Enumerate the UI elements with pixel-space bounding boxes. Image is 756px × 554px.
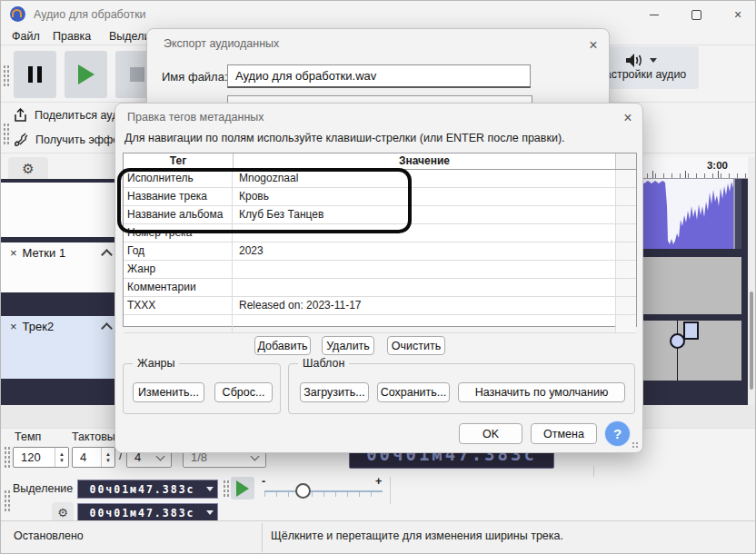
ok-button[interactable]: OK	[459, 423, 522, 444]
labels-track-name[interactable]: Метки 1	[23, 246, 66, 260]
close-window-button[interactable]: ×	[724, 5, 751, 25]
time-toolbar-grip[interactable]	[4, 446, 10, 468]
plug-icon	[14, 133, 28, 147]
filename-label: Имя файла:	[162, 70, 228, 84]
export-dialog-close-button[interactable]: ×	[582, 34, 605, 57]
gear-icon: ⚙	[22, 161, 34, 177]
track-panel-track2[interactable]: × Трек2	[1, 316, 120, 379]
vertical-scrollbar-thumb[interactable]	[750, 292, 753, 390]
track-panel-labels[interactable]: × Метки 1	[1, 242, 120, 292]
time-signature-upper-spinner[interactable]: 4 ▲▼	[72, 447, 115, 468]
export-dialog: Экспорт аудиоданных × Имя файла: Аудио д…	[146, 28, 610, 108]
selection-end-field[interactable]: 00ч01м47.383с	[77, 503, 218, 522]
play-icon	[78, 64, 94, 84]
dropdown-icon[interactable]	[206, 510, 214, 515]
genres-group: Жанры Изменить... Сброс...	[123, 363, 281, 414]
close-icon: ×	[623, 110, 632, 126]
status-hint: Щёлкните и перетащите для изменения шири…	[271, 529, 563, 542]
tempo-spinner-arrows[interactable]: ▲▼	[55, 448, 68, 467]
app-logo-icon	[10, 6, 25, 22]
cancel-button[interactable]: Отмена	[531, 423, 597, 444]
window-title: Аудио для обработки	[34, 8, 146, 21]
track2-close-icon[interactable]: ×	[10, 320, 17, 333]
selection-label: Выделение	[13, 482, 73, 495]
close-icon: ×	[589, 37, 597, 54]
maximize-button[interactable]	[682, 5, 710, 25]
speaker-icon	[626, 54, 644, 67]
label-text-box[interactable]	[683, 322, 699, 340]
tag-row[interactable]: Год2023	[124, 242, 636, 261]
time-signature-upper-value[interactable]: 4	[73, 450, 101, 464]
metadata-dialog: Правка тегов метаданных × Для навигации …	[114, 103, 643, 453]
pause-icon	[28, 66, 42, 83]
selection-start-field[interactable]: 00ч01м47.383с	[77, 480, 218, 499]
gear-icon: ⚙	[57, 506, 68, 519]
speed-slider-ticks	[264, 492, 383, 497]
table-scrollbar-gutter[interactable]	[615, 153, 636, 169]
clear-tags-button[interactable]: Очистить	[387, 336, 445, 355]
load-template-button[interactable]: Загрузить...	[300, 382, 369, 402]
minimize-button[interactable]	[641, 5, 668, 25]
vertical-scrollbar[interactable]	[748, 157, 756, 405]
menu-file[interactable]: Файл	[12, 30, 40, 43]
tag-row[interactable]: TXXXReleased on: 2023-11-17	[124, 297, 636, 315]
selection-settings-button[interactable]: ⚙	[52, 502, 74, 522]
add-tag-button[interactable]: Добавить	[254, 336, 311, 355]
minimize-icon	[650, 15, 659, 15]
label-marker-line	[677, 321, 678, 381]
help-button[interactable]: ?	[605, 421, 630, 446]
tempo-label: Темп	[15, 430, 41, 443]
transport-toolbar-grip[interactable]	[3, 64, 9, 86]
value-column-header: Значение	[234, 153, 615, 169]
filename-input[interactable]: Аудио для обработки.wav	[227, 64, 531, 88]
tempo-spinner[interactable]: 120 ▲▼	[13, 447, 69, 468]
labels-track-close-icon[interactable]: ×	[10, 246, 17, 260]
timeline-time-label: 3:00	[701, 160, 728, 171]
edit-genres-button[interactable]: Изменить...	[133, 382, 204, 402]
tracks-settings-button[interactable]: ⚙	[8, 157, 48, 181]
tag-row[interactable]	[124, 315, 636, 333]
share-audio-button[interactable]: Поделиться аудио	[14, 104, 131, 126]
time-signature-spinner-arrows[interactable]: ▲▼	[101, 448, 114, 467]
play-at-speed-button[interactable]	[231, 477, 254, 500]
tag-column-header: Тег	[124, 153, 234, 169]
pause-button[interactable]	[14, 51, 56, 98]
save-template-button[interactable]: Сохранить...	[377, 382, 450, 402]
template-group: Шаблон Загрузить... Сохранить... Назначи…	[288, 363, 635, 414]
labels-track-collapse-icon[interactable]	[101, 249, 113, 261]
reset-genres-button[interactable]: Сброс...	[214, 382, 273, 402]
track2-collapse-icon[interactable]	[101, 322, 113, 334]
dialog-resize-grip[interactable]	[632, 441, 640, 450]
tag-row[interactable]: Жанр	[124, 261, 636, 279]
label-marker-handle[interactable]	[670, 333, 685, 349]
export-dialog-title: Экспорт аудиоданных	[164, 37, 279, 50]
track-panel-audio1[interactable]	[1, 183, 120, 237]
selection-toolbar-grip[interactable]	[4, 490, 10, 511]
play-speed-toolbar-grip[interactable]	[223, 480, 229, 498]
clip-right-edge[interactable]	[733, 179, 741, 249]
menu-edit[interactable]: Правка	[53, 30, 91, 43]
filename-value: Аудио для обработки.wav	[235, 69, 376, 83]
remove-tag-button[interactable]: Удалить	[322, 336, 374, 355]
selection-end-value: 00ч01м47.383с	[78, 507, 206, 519]
audio-clip[interactable]	[637, 179, 733, 249]
speed-slider-handle[interactable]	[295, 483, 311, 499]
track2-name[interactable]: Трек2	[23, 320, 55, 333]
slider-plus-label: +	[375, 475, 382, 488]
status-bar: Остановлено Щёлкните и перетащите для из…	[1, 520, 756, 554]
selection-start-value: 00ч01м47.383с	[78, 483, 206, 496]
play-button[interactable]	[65, 51, 107, 98]
title-bar: Аудио для обработки ×	[1, 1, 756, 28]
play-icon	[236, 480, 249, 497]
tag-row[interactable]: Комментарии	[124, 279, 636, 297]
metadata-instruction: Для навигации по полям используйте клави…	[124, 132, 565, 144]
share-toolbar-grip[interactable]	[3, 123, 9, 146]
audacity-window: Аудио для обработки × Файл Правка Выдели…	[0, 0, 756, 554]
dropdown-icon[interactable]	[206, 487, 214, 491]
metadata-dialog-close-button[interactable]: ×	[616, 106, 640, 130]
set-default-template-button[interactable]: Назначить по умолчанию	[458, 382, 625, 402]
genres-group-label: Жанры	[133, 357, 179, 370]
tempo-value[interactable]: 120	[14, 450, 55, 464]
audio-setup-dropdown-icon	[650, 58, 657, 63]
help-icon: ?	[613, 426, 622, 441]
